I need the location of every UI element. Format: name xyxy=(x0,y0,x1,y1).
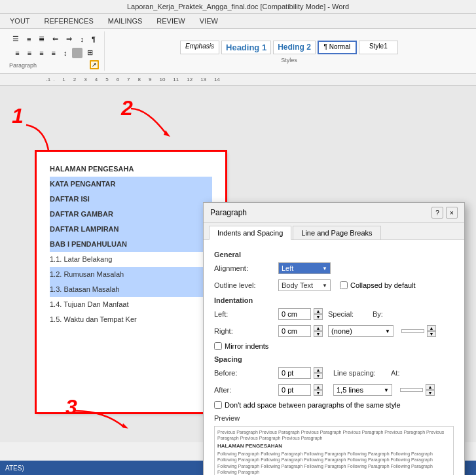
left-label: Left: xyxy=(214,310,273,318)
left-spin-up[interactable]: ▲ xyxy=(314,308,323,314)
style-heading2[interactable]: Heding 2 xyxy=(273,41,316,54)
dont-add-space-label: Don't add space between paragraphs of th… xyxy=(225,401,401,409)
by-spin-up[interactable]: ▲ xyxy=(427,325,436,331)
by-input[interactable] xyxy=(401,329,424,333)
right-spin-down[interactable]: ▼ xyxy=(314,331,323,337)
outline-level-select[interactable]: Body Text ▼ xyxy=(278,279,331,291)
show-marks-btn[interactable]: ¶ xyxy=(88,33,99,45)
at-spin-down[interactable]: ▼ xyxy=(426,390,435,396)
indent-increase-btn[interactable]: ⇒ xyxy=(63,33,75,45)
after-input[interactable]: 0 pt xyxy=(278,384,311,396)
svg-marker-2 xyxy=(122,423,128,429)
alignment-label: Alignment: xyxy=(214,264,273,272)
justify-btn[interactable]: ≡ xyxy=(48,47,59,59)
before-spinbox: 0 pt ▲ ▼ xyxy=(278,367,323,379)
tab-references[interactable]: REFERENCES xyxy=(37,14,101,28)
doc-line-3: DAFTAR ISI xyxy=(50,192,212,207)
left-input[interactable]: 0 cm xyxy=(278,308,311,320)
spacing-after-row: After: 0 pt ▲ ▼ 1,5 lines ▼ xyxy=(214,384,454,396)
after-label: After: xyxy=(214,386,273,394)
preview-following-text: Following Paragraph Following Paragraph … xyxy=(217,451,450,474)
left-spinbox: 0 cm ▲ ▼ xyxy=(278,308,323,320)
after-spin-up[interactable]: ▲ xyxy=(314,384,323,390)
line-spacing-label: Line spacing: xyxy=(333,369,386,377)
multilevel-btn[interactable]: ≣ xyxy=(35,33,48,45)
doc-line-7: 1.1. Latar Belakang xyxy=(50,252,212,267)
line-spacing-btn[interactable]: ↕ xyxy=(60,47,71,59)
collapsed-checkbox[interactable] xyxy=(340,281,348,289)
styles-label: Styles xyxy=(281,57,297,63)
outline-level-arrow: ▼ xyxy=(322,283,327,289)
left-spin-down[interactable]: ▼ xyxy=(314,314,323,320)
style-emphasis[interactable]: Emphasis xyxy=(180,41,219,54)
title-text: Laporan_Kerja_Praktek_Angga_final.doc [C… xyxy=(127,3,349,10)
main-area: 1 2 HALAMAN PENGESAHA KATA PENGANTAR DAF… xyxy=(0,86,476,442)
doc-line-8: 1.2. Rumusan Masalah xyxy=(50,267,212,282)
tab-review[interactable]: REVIEW xyxy=(149,14,192,28)
sort-btn[interactable]: ↕ xyxy=(77,33,87,45)
doc-line-2: KATA PENGANTAR xyxy=(50,177,212,192)
indentation-right-row: Right: 0 cm ▲ ▼ (none) ▼ xyxy=(214,325,454,337)
dialog-close-btn[interactable]: × xyxy=(446,207,458,219)
styles-list: Emphasis Heading 1 Heding 2 ¶ Normal Sty… xyxy=(177,39,401,56)
right-spin-up[interactable]: ▲ xyxy=(314,325,323,331)
outline-level-label: Outline level: xyxy=(214,281,273,289)
style-normal[interactable]: ¶ Normal xyxy=(318,41,357,54)
alignment-select[interactable]: Left ▼ xyxy=(278,262,331,274)
paragraph-launcher-btn[interactable]: ↗ xyxy=(90,60,99,69)
bullets-btn[interactable]: ☰ xyxy=(9,33,22,45)
tab-view[interactable]: VIEW xyxy=(192,14,225,28)
styles-group: Emphasis Heading 1 Heding 2 ¶ Normal Sty… xyxy=(106,35,472,67)
tab-mailings[interactable]: MAILINGS xyxy=(101,14,150,28)
tab-layout[interactable]: YOUT xyxy=(3,14,37,28)
dont-add-space-checkbox[interactable] xyxy=(214,401,222,409)
align-center-btn[interactable]: ≡ xyxy=(24,47,35,59)
arrow3-svg xyxy=(72,408,137,434)
after-spin-down[interactable]: ▼ xyxy=(314,390,323,396)
tab-line-page-breaks[interactable]: Line and Page Breaks xyxy=(293,226,380,239)
at-spinbox: ▲ ▼ xyxy=(400,384,435,396)
doc-line-1: HALAMAN PENGESAHA xyxy=(50,162,212,177)
before-label: Before: xyxy=(214,369,273,377)
before-spin-down[interactable]: ▼ xyxy=(314,373,323,379)
title-bar: Laporan_Kerja_Praktek_Angga_final.doc [C… xyxy=(0,0,476,14)
at-input[interactable] xyxy=(400,388,423,392)
spacing-section-label: Spacing xyxy=(214,355,454,363)
align-left-btn[interactable]: ≡ xyxy=(12,47,22,59)
preview-area: Previous Paragraph Previous Paragraph Pr… xyxy=(214,426,454,475)
mirror-indents-label: Mirror indents xyxy=(225,342,268,350)
dialog-help-btn[interactable]: ? xyxy=(431,207,443,219)
general-section-label: General xyxy=(214,251,454,258)
special-select[interactable]: (none) ▼ xyxy=(328,325,394,337)
doc-line-11: 1.5. Waktu dan Tempat Ker xyxy=(50,312,212,327)
indentation-left-row: Left: 0 cm ▲ ▼ Special: By: xyxy=(214,308,454,320)
style-heading1[interactable]: Heading 1 xyxy=(221,41,271,54)
after-spinbox: 0 pt ▲ ▼ xyxy=(278,384,323,396)
by-label: By: xyxy=(373,310,386,318)
at-spin-up[interactable]: ▲ xyxy=(426,384,435,390)
style-style1[interactable]: Style1 xyxy=(359,41,398,54)
outline-level-row: Outline level: Body Text ▼ Collapsed by … xyxy=(214,279,454,291)
before-input[interactable]: 0 pt xyxy=(278,367,311,379)
before-spin-up[interactable]: ▲ xyxy=(314,367,323,373)
preview-previous-text: Previous Paragraph Previous Paragraph Pr… xyxy=(217,429,450,441)
shading-btn[interactable] xyxy=(72,48,82,58)
line-spacing-select[interactable]: 1,5 lines ▼ xyxy=(333,384,392,396)
ribbon-content: ☰ ≡ ≣ ⇐ ⇒ ↕ ¶ ≡ ≡ ≡ ≡ ↕ ⊞ Paragraph ↗ Em… xyxy=(0,29,476,74)
alignment-row: Alignment: Left ▼ xyxy=(214,262,454,274)
borders-btn[interactable]: ⊞ xyxy=(84,46,96,59)
collapsed-checkbox-row: Collapsed by default xyxy=(340,281,416,289)
mirror-indents-row: Mirror indents xyxy=(214,342,454,350)
right-spinbox: 0 cm ▲ ▼ xyxy=(278,325,323,337)
doc-line-9: 1.3. Batasan Masalah xyxy=(50,282,212,297)
dont-add-space-row: Don't add space between paragraphs of th… xyxy=(214,401,454,409)
right-input[interactable]: 0 cm xyxy=(278,325,311,337)
by-spin-down[interactable]: ▼ xyxy=(427,331,436,337)
ruler: -1 . 1 2 3 4 5 6 7 8 9 10 11 12 13 14 xyxy=(0,74,476,86)
numbering-btn[interactable]: ≡ xyxy=(24,33,34,45)
mirror-indents-checkbox[interactable] xyxy=(214,342,222,350)
indent-decrease-btn[interactable]: ⇐ xyxy=(49,33,62,45)
special-label: Special: xyxy=(328,310,367,318)
align-right-btn[interactable]: ≡ xyxy=(36,47,46,59)
tab-indents-spacing[interactable]: Indents and Spacing xyxy=(209,226,291,240)
